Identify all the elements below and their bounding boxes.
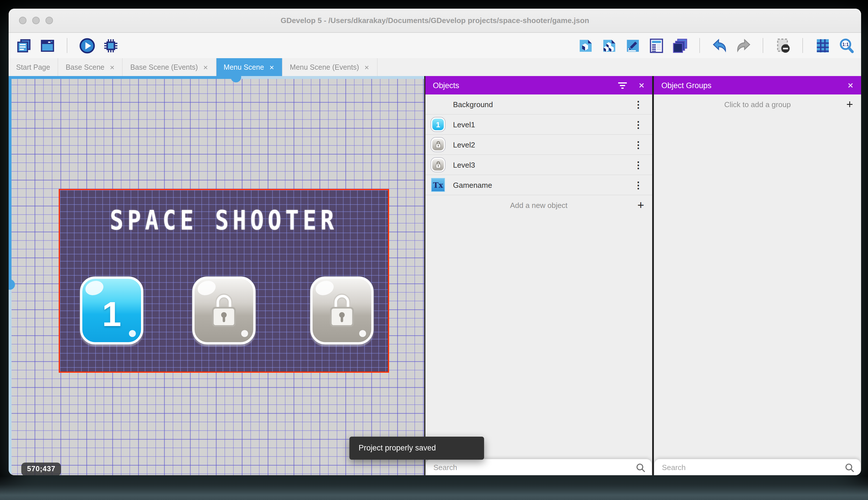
undo-icon[interactable] [712,37,728,54]
preview-play-icon[interactable] [79,37,95,54]
tab-label: Menu Scene (Events) [290,63,359,71]
minimize-button[interactable] [32,17,40,24]
horizontal-scroll-thumb[interactable] [231,76,241,82]
grid-icon[interactable] [814,37,831,54]
object-name: Level1 [453,120,475,129]
search-icon[interactable] [845,463,854,472]
object-row-level3[interactable]: Level3 ⋮ [425,155,652,175]
tab-menu-scene-events[interactable]: Menu Scene (Events) ✕ [282,58,377,76]
save-toast: Project properly saved [349,436,484,460]
object-name: Background [453,100,493,109]
toolbar-divider [699,38,700,53]
lock-icon [326,292,357,332]
object-row-background[interactable]: Background ⋮ [425,94,652,115]
debugger-icon[interactable] [103,37,119,54]
close-button[interactable] [19,17,26,24]
tab-close-icon[interactable]: ✕ [110,64,115,70]
object-groups-panel-header: Object Groups ✕ [654,76,861,94]
titlebar: GDevelop 5 - /Users/dkarakay/Documents/G… [9,9,861,33]
properties-icon[interactable] [624,37,641,54]
add-object-row[interactable]: Add a new object + [425,195,652,215]
objects-panel-icon[interactable] [577,37,594,54]
search-icon[interactable] [636,463,645,472]
object-menu-icon[interactable]: ⋮ [630,180,646,190]
groups-search-input[interactable] [661,463,845,472]
objects-panel: Objects ✕ Background ⋮ 1 Level1 ⋮ [425,76,652,475]
toolbar-right: 1:1 [577,37,854,54]
tab-close-icon[interactable]: ✕ [203,64,208,70]
level1-button-instance[interactable]: 1 [80,276,143,344]
window-title: GDevelop 5 - /Users/dkarakay/Documents/G… [281,16,589,25]
background-thumbnail [431,97,445,111]
objects-panel-header: Objects ✕ [425,76,652,94]
level3-button-instance[interactable] [310,276,374,344]
object-menu-icon[interactable]: ⋮ [630,99,646,110]
maximize-button[interactable] [46,17,53,24]
window-controls [19,9,53,32]
tabbar: Start Page Base Scene ✕ Base Scene (Even… [9,58,861,76]
layers-icon[interactable] [672,37,688,54]
close-panel-icon[interactable]: ✕ [847,81,854,90]
gamename-text-instance[interactable]: SPACE SHOOTER [60,205,388,236]
add-icon[interactable]: + [846,99,853,110]
object-menu-icon[interactable]: ⋮ [630,139,646,150]
object-groups-panel-title: Object Groups [661,81,847,90]
level3-thumbnail [431,158,445,172]
tab-start-page[interactable]: Start Page [9,58,58,76]
scene-window-icon[interactable] [39,37,55,54]
add-group-row[interactable]: Click to add a group + [654,94,861,114]
instances-list-icon[interactable] [648,37,664,54]
object-groups-panel: Object Groups ✕ Click to add a group + [654,76,861,475]
tab-label: Start Page [16,63,50,71]
scene-canvas[interactable]: SPACE SHOOTER 1 570 [9,76,424,475]
add-group-label: Click to add a group [724,100,790,109]
vertical-scrollbar[interactable] [9,76,12,475]
level1-thumbnail: 1 [431,117,445,131]
svg-text:1:1: 1:1 [842,42,849,47]
toolbar-divider [67,38,67,53]
objects-search-bar [426,459,652,475]
level2-thumbnail [431,138,445,151]
tab-base-scene[interactable]: Base Scene ✕ [58,58,122,76]
object-row-gamename[interactable]: Tx Gamename ⋮ [425,175,652,195]
object-name: Level2 [453,140,475,149]
vertical-scroll-thumb[interactable] [9,280,15,290]
tab-menu-scene[interactable]: Menu Scene ✕ [216,58,282,76]
tab-label: Base Scene [66,63,105,71]
screen: GDevelop 5 - /Users/dkarakay/Documents/G… [0,0,868,500]
tab-close-icon[interactable]: ✕ [364,64,370,70]
level1-number: 1 [82,282,141,345]
redo-icon[interactable] [735,37,751,54]
zoom-1-1-icon[interactable]: 1:1 [838,37,854,54]
tab-close-icon[interactable]: ✕ [269,64,274,70]
window-mask-icon[interactable] [775,37,791,54]
toolbar-divider [763,38,763,53]
add-icon[interactable]: + [637,199,644,211]
object-menu-icon[interactable]: ⋮ [630,119,646,130]
object-menu-icon[interactable]: ⋮ [630,159,646,170]
close-panel-icon[interactable]: ✕ [638,81,645,90]
object-row-level2[interactable]: Level2 ⋮ [425,135,652,155]
groups-search-bar [655,459,860,475]
cursor-coordinates: 570;437 [21,463,61,475]
scene-window-rect[interactable]: SPACE SHOOTER 1 [59,189,389,373]
objects-panel-title: Objects [433,81,618,90]
tab-base-scene-events[interactable]: Base Scene (Events) ✕ [123,58,216,76]
toolbar-left [15,37,119,54]
tab-label: Menu Scene [224,63,264,71]
horizontal-scrollbar[interactable] [9,76,424,79]
project-manager-icon[interactable] [15,37,32,54]
text-object-icon: Tx [431,178,445,192]
objects-search-input[interactable] [432,463,636,472]
level2-button-instance[interactable] [192,276,256,344]
object-name: Gamename [453,181,492,189]
object-row-level1[interactable]: 1 Level1 ⋮ [425,115,652,135]
content: SPACE SHOOTER 1 570 [9,76,861,475]
object-groups-icon[interactable] [601,37,617,54]
filter-icon[interactable] [618,82,627,88]
tab-label: Base Scene (Events) [130,63,198,71]
gdevelop-window: GDevelop 5 - /Users/dkarakay/Documents/G… [9,9,861,475]
toolbar: 1:1 [9,33,861,58]
object-name: Level3 [453,160,475,169]
lock-icon [208,292,239,332]
